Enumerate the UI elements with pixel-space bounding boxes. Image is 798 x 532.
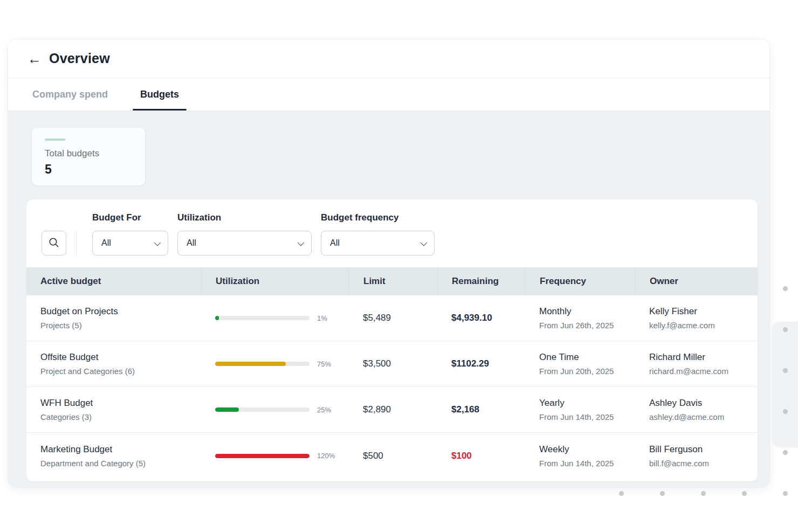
budget-name: Offsite Budget xyxy=(40,352,201,363)
tab-company-spend[interactable]: Company spend xyxy=(25,78,115,110)
owner-email: ashley.d@acme.com xyxy=(649,412,758,422)
column-header-owner: Owner xyxy=(635,267,758,295)
filter-divider xyxy=(76,231,77,255)
tab-budgets[interactable]: Budgets xyxy=(133,78,187,110)
budget-frequency-label: Budget frequency xyxy=(321,212,399,223)
utilization-percent: 75% xyxy=(317,360,331,368)
frequency-value: Weekly xyxy=(539,444,635,455)
utilization-bar xyxy=(215,454,309,458)
tab-budgets-label: Budgets xyxy=(140,89,179,100)
utilization-bar xyxy=(215,362,309,366)
budget-name: Marketing Budget xyxy=(40,444,201,455)
search-icon xyxy=(48,237,60,250)
page-title: Overview xyxy=(49,51,110,66)
frequency-start-date: From Jun 14th, 2025 xyxy=(539,459,635,468)
chevron-down-icon xyxy=(421,239,428,246)
limit-value: $2,890 xyxy=(349,404,437,415)
column-header-remaining: Remaining xyxy=(437,267,525,295)
chevron-down-icon xyxy=(298,239,305,246)
owner-name: Richard Miller xyxy=(649,352,758,363)
table-header-row: Active budget Utilization Limit Remainin… xyxy=(26,267,758,295)
limit-value: $5,489 xyxy=(349,313,437,323)
column-header-utilization: Utilization xyxy=(201,267,349,295)
owner-email: kelly.f@acme.com xyxy=(649,321,758,330)
summary-value: 5 xyxy=(45,162,132,177)
owner-email: bill.f@acme.com xyxy=(649,459,758,468)
window-header: ← Overview xyxy=(8,39,769,78)
limit-value: $500 xyxy=(349,451,437,461)
back-button[interactable]: ← xyxy=(26,51,43,67)
utilization-percent: 25% xyxy=(317,406,331,414)
table-row[interactable]: Offsite Budget Project and Categories (6… xyxy=(26,341,758,387)
owner-name: Ashley Davis xyxy=(649,398,758,409)
utilization-bar xyxy=(215,316,309,320)
budget-name: WFH Budget xyxy=(40,398,201,409)
utilization-select[interactable]: All xyxy=(177,231,312,255)
budget-scope: Project and Categories (6) xyxy=(40,367,201,376)
remaining-value: $2,168 xyxy=(437,404,525,415)
chevron-down-icon xyxy=(154,239,161,246)
frequency-start-date: From Jun 20th, 2025 xyxy=(539,367,635,376)
remaining-value: $1102.29 xyxy=(437,358,525,369)
limit-value: $3,500 xyxy=(349,358,437,369)
utilization-percent: 1% xyxy=(317,314,327,322)
budget-frequency-select[interactable]: All xyxy=(321,231,435,255)
budget-frequency-value: All xyxy=(330,238,340,248)
summary-accent-bar xyxy=(45,139,65,141)
utilization-bar-fill xyxy=(215,362,286,366)
budget-name: Budget on Projects xyxy=(40,306,201,317)
owner-name: Kelly Fisher xyxy=(649,306,758,317)
summary-label: Total budgets xyxy=(45,148,132,159)
table-row[interactable]: WFH Budget Categories (3) 25% $2,890 $2,… xyxy=(26,387,758,433)
utilization-bar-fill xyxy=(215,316,219,320)
tab-bar: Company spend Budgets xyxy=(8,78,769,111)
remaining-value: $100 xyxy=(437,451,525,461)
budgets-table-card: Budget For All Utilization All Budget fr… xyxy=(26,199,758,481)
table-row[interactable]: Marketing Budget Department and Category… xyxy=(26,433,758,479)
table-row[interactable]: Budget on Projects Projects (5) 1% $5,48… xyxy=(26,295,758,341)
budget-for-select[interactable]: All xyxy=(92,231,168,255)
frequency-value: Monthly xyxy=(539,306,635,317)
budget-scope: Department and Category (5) xyxy=(40,459,201,468)
utilization-bar-fill xyxy=(215,454,309,458)
remaining-value: $4,939.10 xyxy=(437,313,525,323)
side-peek-panel xyxy=(772,322,798,447)
column-header-limit: Limit xyxy=(349,267,437,295)
utilization-value: All xyxy=(187,238,196,248)
column-header-active-budget: Active budget xyxy=(26,267,201,295)
budget-scope: Projects (5) xyxy=(40,321,201,330)
tab-company-spend-label: Company spend xyxy=(32,89,108,100)
search-button[interactable] xyxy=(42,231,66,255)
utilization-percent: 120% xyxy=(317,452,335,460)
budget-scope: Categories (3) xyxy=(40,412,201,422)
utilization-filter-label: Utilization xyxy=(177,212,221,223)
frequency-start-date: From Jun 26th, 2025 xyxy=(539,321,635,330)
owner-name: Bill Ferguson xyxy=(649,444,758,455)
budgets-content: Total budgets 5 Budget For All xyxy=(8,111,769,487)
budget-for-label: Budget For xyxy=(92,212,141,223)
overview-window: ← Overview Company spend Budgets Total b… xyxy=(8,39,770,488)
owner-email: richard.m@acme.com xyxy=(649,367,758,376)
filter-section: Budget For All Utilization All Budget fr… xyxy=(26,199,758,267)
utilization-bar-fill xyxy=(215,407,239,412)
budget-for-value: All xyxy=(101,238,111,248)
frequency-value: One Time xyxy=(539,352,635,363)
frequency-start-date: From Jun 14th, 2025 xyxy=(539,412,635,422)
utilization-bar xyxy=(215,407,309,412)
total-budgets-card: Total budgets 5 xyxy=(32,128,145,185)
column-header-frequency: Frequency xyxy=(525,267,635,295)
frequency-value: Yearly xyxy=(539,398,635,409)
